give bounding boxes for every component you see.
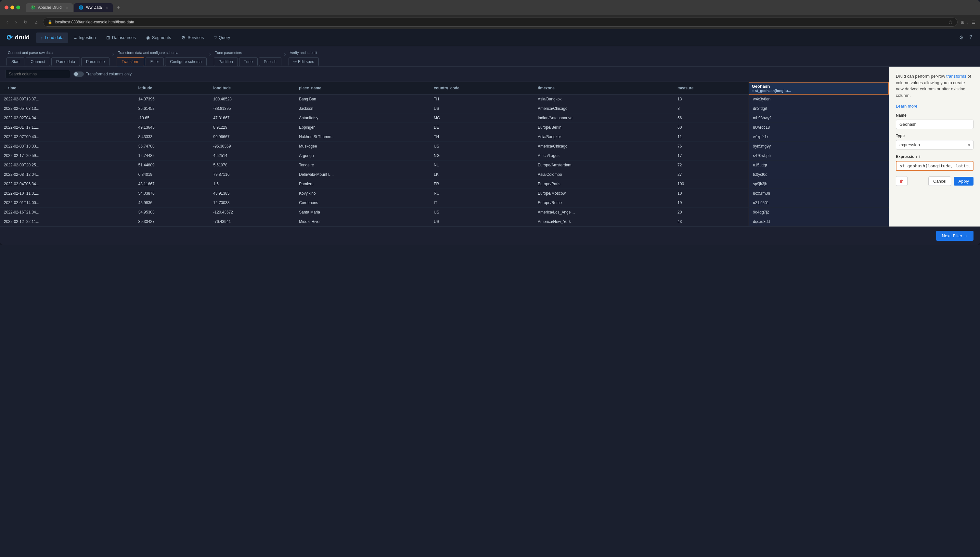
wizard-group-transform: Transform data and configure schema Tran…	[117, 51, 206, 66]
toggle-transformed-only[interactable]: Transformed columns only	[73, 72, 132, 77]
toggle-switch-control[interactable]	[73, 72, 84, 77]
nav-segments[interactable]: ◉ Segments	[142, 33, 176, 43]
cell-time: 2022-02-03T13:33...	[0, 142, 135, 151]
wizard-btn-publish[interactable]: Publish	[259, 57, 282, 66]
name-input[interactable]	[896, 120, 973, 129]
nav-ingestion[interactable]: ≡ Ingestion	[70, 33, 100, 43]
cell-lat: 8.43333	[135, 132, 210, 142]
wizard-btn-configure-schema[interactable]: Configure schema	[165, 57, 206, 66]
home-button[interactable]: ⌂	[33, 19, 39, 25]
downloads-icon[interactable]: ↓	[967, 20, 969, 25]
search-bar: Transformed columns only	[0, 67, 889, 82]
cell-lat: 35.74788	[135, 142, 210, 151]
bookmarks-icon[interactable]: ☰	[972, 20, 975, 25]
col-header-geohash[interactable]: Geohash = st_geohash(longitu...	[749, 82, 889, 94]
settings-icon[interactable]: ⚙	[957, 33, 965, 42]
services-icon: ⚙	[181, 35, 186, 40]
browser-tab-ww-data[interactable]: 🌐 Ww Data ✕	[74, 3, 113, 12]
tab1-close-icon[interactable]: ✕	[66, 6, 68, 10]
forward-button[interactable]: ›	[13, 19, 19, 25]
refresh-button[interactable]: ↻	[22, 19, 29, 25]
tab1-label: Apache Druid	[38, 5, 62, 10]
cell-lat: 54.03876	[135, 189, 210, 198]
back-button[interactable]: ‹	[5, 19, 10, 25]
apply-button[interactable]: Apply	[954, 177, 973, 186]
cell-time: 2022-02-10T11:01...	[0, 189, 135, 198]
segments-icon: ◉	[146, 35, 150, 40]
app-container: ⟳ druid ↑ Load data ≡ Ingestion ⊞ Dataso…	[0, 29, 980, 245]
nav-query[interactable]: ? Query	[210, 33, 234, 43]
wizard-btn-parse-time[interactable]: Parse time	[81, 57, 109, 66]
cell-geohash: w1rpfz1x	[749, 132, 889, 142]
cell-lat: 6.84019	[135, 170, 210, 179]
wizard-btn-edit-spec[interactable]: ✏ Edit spec	[288, 57, 319, 66]
wizard-group2-buttons: Transform Filter Configure schema	[117, 57, 206, 66]
type-select[interactable]: expression	[896, 140, 973, 150]
cell-lon: 12.70038	[209, 198, 295, 208]
cell-place: Muskogee	[295, 142, 430, 151]
wizard-separator1: ›	[112, 51, 114, 57]
nav-load-data-label: Load data	[45, 35, 63, 40]
wizard-group3-label: Tune parameters	[214, 51, 282, 55]
search-input[interactable]	[5, 70, 70, 78]
main-nav: ↑ Load data ≡ Ingestion ⊞ Datasources ◉ …	[36, 33, 957, 43]
new-tab-button[interactable]: +	[114, 3, 122, 12]
cell-lat: 45.9836	[135, 198, 210, 208]
address-bar[interactable]: 🔒 localhost:8888/unified-console.html#lo…	[43, 18, 957, 27]
wizard-btn-start[interactable]: Start	[7, 57, 24, 66]
expression-label-row: Expression ℹ	[896, 154, 973, 159]
help-icon[interactable]: ?	[968, 33, 973, 42]
expression-info-icon[interactable]: ℹ	[919, 154, 921, 159]
table-row: 2022-02-08T12:04... 6.84019 79.87116 Deh…	[0, 170, 889, 179]
cell-tz: America/New_York	[534, 217, 674, 226]
wizard-btn-partition[interactable]: Partition	[214, 57, 238, 66]
cell-place: Eppingen	[295, 123, 430, 132]
cell-lon: 5.51978	[209, 161, 295, 170]
cell-lat: 43.11667	[135, 179, 210, 189]
panel-transforms-link[interactable]: transforms	[946, 74, 966, 79]
close-window-button[interactable]	[5, 5, 8, 10]
type-field-label: Type	[896, 134, 973, 138]
wizard-btn-filter[interactable]: Filter	[146, 57, 164, 66]
cell-measure: 76	[674, 142, 749, 151]
cell-measure: 20	[674, 208, 749, 217]
cell-place: Santa Maria	[295, 208, 430, 217]
nav-services[interactable]: ⚙ Services	[177, 33, 208, 43]
tab2-close-icon[interactable]: ✕	[106, 6, 108, 10]
cell-measure: 27	[674, 170, 749, 179]
wizard-btn-connect[interactable]: Connect	[26, 57, 50, 66]
bookmark-icon[interactable]: ☆	[949, 20, 953, 25]
delete-button[interactable]: 🗑	[896, 176, 908, 186]
cell-place: Nakhon Si Thamm...	[295, 132, 430, 142]
cell-place: Antanifotsy	[295, 113, 430, 123]
minimize-window-button[interactable]	[10, 5, 14, 10]
cell-cc: MG	[430, 113, 534, 123]
nav-load-data[interactable]: ↑ Load data	[36, 33, 68, 43]
wizard-btn-parse-data[interactable]: Parse data	[51, 57, 80, 66]
nav-segments-label: Segments	[152, 35, 171, 40]
browser-tab-apache-druid[interactable]: 🐉 Apache Druid ✕	[26, 3, 73, 12]
cell-lon: -95.36369	[209, 142, 295, 151]
geohash-col-name: Geohash	[752, 84, 886, 89]
cell-tz: America/Chicago	[534, 104, 674, 113]
browser-tabs: 🐉 Apache Druid ✕ 🌐 Ww Data ✕ +	[26, 3, 975, 12]
table-row: 2022-02-07T00:40... 8.43333 99.96667 Nak…	[0, 132, 889, 142]
cell-time: 2022-02-07T00:40...	[0, 132, 135, 142]
nav-datasources[interactable]: ⊞ Datasources	[102, 33, 140, 43]
wizard-group-tune: Tune parameters Partition Tune Publish	[214, 51, 282, 66]
datasources-icon: ⊞	[106, 35, 110, 40]
cell-measure: 10	[674, 189, 749, 198]
learn-more-link[interactable]: Learn more	[896, 104, 917, 109]
cancel-button[interactable]: Cancel	[928, 176, 951, 186]
cell-geohash: u15uttgr	[749, 161, 889, 170]
cell-place: Argungu	[295, 151, 430, 161]
next-filter-button[interactable]: Next: Filter →	[936, 231, 973, 241]
cell-lon: 100.48528	[209, 94, 295, 104]
maximize-window-button[interactable]	[16, 5, 20, 10]
wizard-btn-transform[interactable]: Transform	[117, 57, 144, 66]
extensions-icon[interactable]: ⊞	[961, 20, 964, 25]
cell-measure: 43	[674, 217, 749, 226]
expression-input[interactable]	[896, 161, 973, 171]
wizard-btn-tune[interactable]: Tune	[239, 57, 258, 66]
cell-place: Pamiers	[295, 179, 430, 189]
